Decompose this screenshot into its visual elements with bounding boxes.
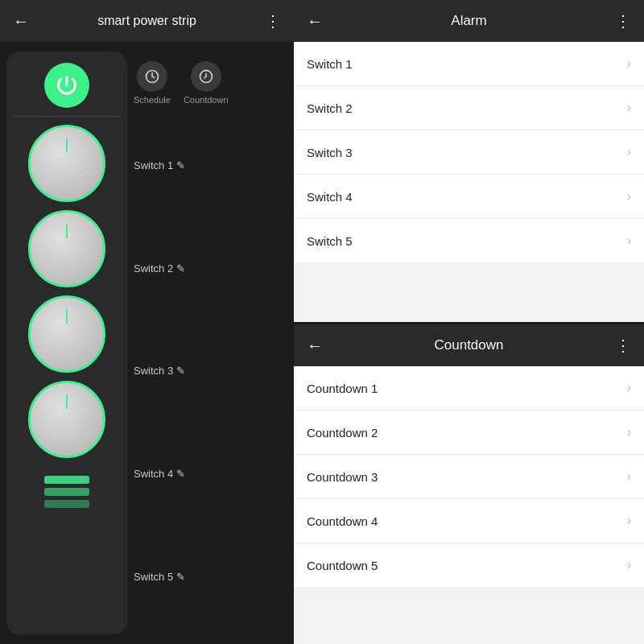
- schedule-button[interactable]: Schedule: [134, 61, 171, 105]
- countdown-5-label: Countdown 5: [307, 559, 378, 572]
- countdown-4-label: Countdown 4: [307, 514, 378, 528]
- alarm-switch-2-label: Switch 2: [307, 101, 353, 115]
- left-more-button[interactable]: ⋮: [265, 11, 281, 31]
- alarm-switch-1-label: Switch 1: [307, 57, 353, 71]
- countdown-item-2[interactable]: Countdown 2 ›: [294, 411, 644, 455]
- switch-1-edit-icon[interactable]: ✎: [176, 159, 185, 171]
- dials-column: [6, 52, 127, 634]
- switch-2-label: Switch 2: [134, 262, 173, 275]
- alarm-switch-3[interactable]: Switch 3 ›: [294, 130, 644, 175]
- alarm-switch-1-chevron: ›: [627, 56, 631, 71]
- dial-4[interactable]: [28, 381, 105, 458]
- countdown-item-1[interactable]: Countdown 1 ›: [294, 366, 644, 411]
- switch-2-label-row: Switch 2 ✎: [134, 262, 287, 275]
- alarm-switch-4[interactable]: Switch 4 ›: [294, 175, 644, 219]
- countdown-1-label: Countdown 1: [307, 382, 378, 395]
- alarm-switch-1[interactable]: Switch 1 ›: [294, 42, 644, 86]
- left-header: ← smart power strip ⋮: [0, 0, 294, 42]
- alarm-switch-2[interactable]: Switch 2 ›: [294, 86, 644, 130]
- countdown-list: Countdown 1 › Countdown 2 › Countdown 3 …: [294, 366, 644, 644]
- dial-2[interactable]: [28, 210, 105, 287]
- countdown-2-chevron: ›: [627, 425, 631, 440]
- countdown-shortcut-label: Countdown: [184, 95, 229, 105]
- countdown-more-button[interactable]: ⋮: [615, 336, 631, 355]
- strip-bar-2: [44, 488, 89, 496]
- power-strip-content: Schedule Countdown Switch 1: [0, 42, 294, 644]
- switch-3-label: Switch 3: [134, 365, 173, 377]
- countdown-5-chevron: ›: [627, 558, 631, 572]
- alarm-switch-3-chevron: ›: [627, 145, 631, 159]
- countdown-4-chevron: ›: [627, 514, 631, 528]
- countdown-panel: ← Countdown ⋮ Countdown 1 › Countdown 2 …: [294, 322, 644, 644]
- switch-5-label: Switch 5: [134, 571, 173, 583]
- alarm-list: Switch 1 › Switch 2 › Switch 3 › Switch …: [294, 42, 644, 322]
- countdown-3-label: Countdown 3: [307, 470, 378, 484]
- alarm-title: Alarm: [451, 13, 486, 29]
- right-panels: ← Alarm ⋮ Switch 1 › Switch 2 › Switch 3…: [294, 0, 644, 644]
- alarm-switch-5-chevron: ›: [627, 233, 631, 248]
- switch-4-label: Switch 4: [134, 468, 173, 480]
- alarm-switch-5-label: Switch 5: [307, 234, 353, 248]
- main-power-button[interactable]: [44, 63, 89, 108]
- dial-1[interactable]: [28, 125, 105, 202]
- alarm-more-button[interactable]: ⋮: [615, 11, 631, 31]
- countdown-1-chevron: ›: [627, 381, 631, 395]
- countdown-item-3[interactable]: Countdown 3 ›: [294, 455, 644, 499]
- switch-5-edit-icon[interactable]: ✎: [176, 571, 185, 583]
- switch-3-label-row: Switch 3 ✎: [134, 365, 287, 377]
- alarm-switch-4-label: Switch 4: [307, 190, 353, 204]
- left-panel: ← smart power strip ⋮: [0, 0, 294, 644]
- countdown-back-button[interactable]: ←: [307, 336, 323, 355]
- countdown-title: Countdown: [434, 337, 503, 353]
- alarm-panel: ← Alarm ⋮ Switch 1 › Switch 2 › Switch 3…: [294, 0, 644, 322]
- strip-bar-1: [44, 476, 89, 484]
- strip-bar-3: [44, 500, 89, 508]
- switch-3-edit-icon[interactable]: ✎: [176, 365, 185, 377]
- switch-1-label: Switch 1: [134, 159, 173, 171]
- alarm-header: ← Alarm ⋮: [294, 0, 644, 42]
- countdown-2-label: Countdown 2: [307, 426, 378, 440]
- alarm-switch-4-chevron: ›: [627, 189, 631, 204]
- schedule-label: Schedule: [134, 95, 171, 105]
- switch-1-label-row: Switch 1 ✎: [134, 159, 287, 171]
- countdown-item-4[interactable]: Countdown 4 ›: [294, 499, 644, 543]
- divider: [13, 116, 121, 117]
- left-back-button[interactable]: ←: [13, 12, 29, 31]
- dial-3[interactable]: [28, 295, 105, 373]
- switch-2-edit-icon[interactable]: ✎: [176, 262, 185, 275]
- strip-icon: [38, 466, 96, 518]
- alarm-switch-3-label: Switch 3: [307, 146, 353, 159]
- countdown-shortcut-button[interactable]: Countdown: [184, 61, 229, 105]
- alarm-back-button[interactable]: ←: [307, 12, 323, 31]
- countdown-header: ← Countdown ⋮: [294, 324, 644, 366]
- switch-4-label-row: Switch 4 ✎: [134, 468, 287, 480]
- alarm-switch-2-chevron: ›: [627, 101, 631, 115]
- countdown-item-5[interactable]: Countdown 5 ›: [294, 543, 644, 587]
- switch-4-edit-icon[interactable]: ✎: [176, 468, 185, 480]
- alarm-switch-5[interactable]: Switch 5 ›: [294, 219, 644, 262]
- countdown-3-chevron: ›: [627, 469, 631, 484]
- labels-column: Schedule Countdown Switch 1: [134, 52, 287, 634]
- left-panel-title: smart power strip: [97, 14, 196, 28]
- switch-5-label-row: Switch 5 ✎: [134, 571, 287, 583]
